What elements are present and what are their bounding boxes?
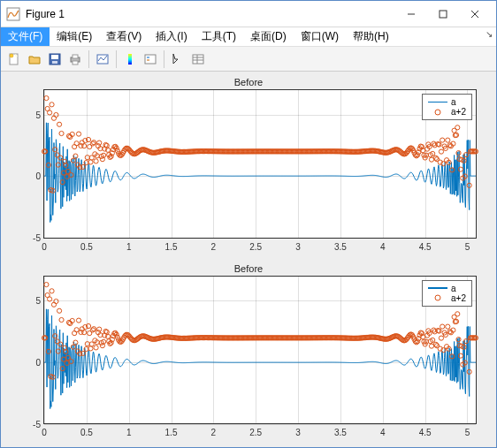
menu-file[interactable]: 文件(F)	[1, 27, 50, 46]
x-tick-label: 4	[380, 428, 386, 437]
open-button[interactable]	[25, 49, 44, 69]
x-tick-label: 3	[295, 242, 301, 252]
svg-point-800	[446, 324, 450, 329]
close-button[interactable]	[459, 2, 491, 27]
svg-point-7	[10, 54, 13, 57]
svg-rect-13	[73, 61, 78, 65]
svg-point-428	[44, 282, 49, 286]
x-tick-label: 1	[126, 428, 132, 437]
menu-edit[interactable]: 编辑(E)	[50, 27, 99, 46]
y-tick-label: 5	[18, 110, 41, 119]
svg-point-23	[435, 110, 440, 115]
toolbar-separator	[164, 50, 164, 68]
menu-tools[interactable]: 工具(T)	[195, 27, 243, 46]
legend-entry-a: a	[428, 284, 466, 293]
svg-point-392	[439, 149, 443, 154]
svg-point-437	[54, 299, 58, 303]
legend-label-a2: a+2	[451, 293, 466, 303]
x-tick-label: 1.5	[165, 428, 178, 437]
x-tick-label: 1	[126, 242, 132, 252]
toolbar-separator	[88, 50, 89, 68]
x-tick-label: 4.5	[419, 242, 432, 252]
insert-colorbar-button[interactable]	[120, 49, 140, 69]
y-tick-label: 5	[18, 296, 41, 306]
legend-1[interactable]: a a+2	[422, 94, 472, 120]
svg-point-433	[50, 288, 54, 292]
y-tick-label: -5	[18, 233, 41, 243]
x-tick-label: 2.5	[249, 428, 262, 437]
svg-point-70	[92, 140, 96, 145]
svg-point-795	[440, 323, 445, 328]
svg-rect-10	[52, 61, 57, 64]
svg-point-54	[74, 141, 79, 146]
x-tick-label: 3.5	[334, 428, 347, 437]
legend-entry-a: a	[428, 97, 466, 107]
x-tick-label: 2.5	[249, 242, 262, 252]
titlebar: Figure 1	[1, 1, 496, 27]
axes-1[interactable]: a a+2 00.511.522.533.544.55-505	[43, 89, 477, 239]
legend-label-a: a	[451, 97, 456, 107]
axes-2[interactable]: a a+2 00.511.522.533.544.55-505	[43, 276, 477, 425]
x-tick-label: 2	[211, 428, 217, 437]
svg-point-431	[48, 296, 52, 300]
svg-point-469	[88, 345, 93, 350]
menu-desktop[interactable]: 桌面(D)	[243, 27, 294, 46]
legend-swatch-circle-icon	[428, 109, 447, 116]
svg-point-474	[94, 345, 98, 349]
x-tick-label: 3	[295, 428, 301, 437]
legend-swatch-circle-icon	[428, 294, 447, 301]
svg-point-393	[440, 138, 445, 142]
x-tick-label: 2	[211, 242, 217, 252]
figure-area: Before a a+2 00.511.522.533.544.55-505 B…	[1, 72, 496, 447]
x-tick-label: 0	[42, 242, 47, 252]
link-plot-button[interactable]	[93, 49, 112, 69]
window-title: Figure 1	[26, 8, 395, 20]
save-button[interactable]	[45, 49, 65, 69]
plot-title-1: Before	[10, 77, 487, 87]
toolbar	[1, 47, 496, 72]
insert-legend-button[interactable]	[141, 49, 160, 69]
toolbar-overflow-icon[interactable]: ↘	[486, 29, 493, 39]
x-tick-label: 3.5	[334, 242, 347, 252]
legend-swatch-line-icon	[428, 287, 447, 289]
svg-point-40	[59, 131, 64, 135]
svg-point-440	[57, 308, 61, 313]
new-figure-button[interactable]	[4, 49, 24, 69]
x-tick-label: 1.5	[165, 242, 178, 252]
svg-rect-12	[73, 55, 78, 58]
svg-point-33	[51, 116, 56, 120]
toolbar-separator	[116, 50, 117, 68]
legend-2[interactable]: a a+2	[422, 280, 472, 307]
maximize-button[interactable]	[427, 2, 459, 27]
svg-point-67	[88, 160, 93, 164]
svg-point-810	[456, 337, 461, 341]
svg-point-38	[57, 122, 61, 126]
legend-entry-a2: a+2	[428, 293, 466, 303]
x-tick-label: 4	[380, 242, 386, 252]
plot-canvas-2	[44, 277, 476, 424]
menu-insert[interactable]: 插入(I)	[149, 27, 194, 46]
print-button[interactable]	[65, 49, 85, 69]
svg-point-56	[76, 132, 80, 136]
menu-view[interactable]: 查看(V)	[99, 27, 149, 46]
svg-rect-2	[440, 11, 447, 18]
open-property-inspector-button[interactable]	[188, 49, 208, 69]
x-tick-label: 4.5	[419, 428, 432, 437]
y-tick-label: -5	[18, 419, 41, 429]
y-tick-label: 0	[18, 357, 41, 367]
minimize-button[interactable]	[395, 2, 427, 27]
plot-title-2: Before	[10, 263, 487, 274]
svg-rect-16	[145, 55, 156, 64]
menu-window[interactable]: 窗口(W)	[294, 27, 346, 46]
x-tick-label: 0	[42, 428, 47, 437]
legend-label-a: a	[451, 284, 456, 293]
svg-point-31	[50, 103, 54, 107]
subplot-2: Before a a+2 00.511.522.533.544.55-505	[10, 263, 487, 439]
menu-help[interactable]: 帮助(H)	[346, 27, 396, 46]
x-tick-label: 5	[465, 428, 470, 437]
y-tick-label: 0	[18, 171, 41, 181]
x-tick-label: 5	[465, 242, 470, 252]
svg-point-794	[439, 336, 443, 340]
edit-plot-button[interactable]	[168, 49, 187, 69]
legend-entry-a2: a+2	[428, 107, 466, 117]
